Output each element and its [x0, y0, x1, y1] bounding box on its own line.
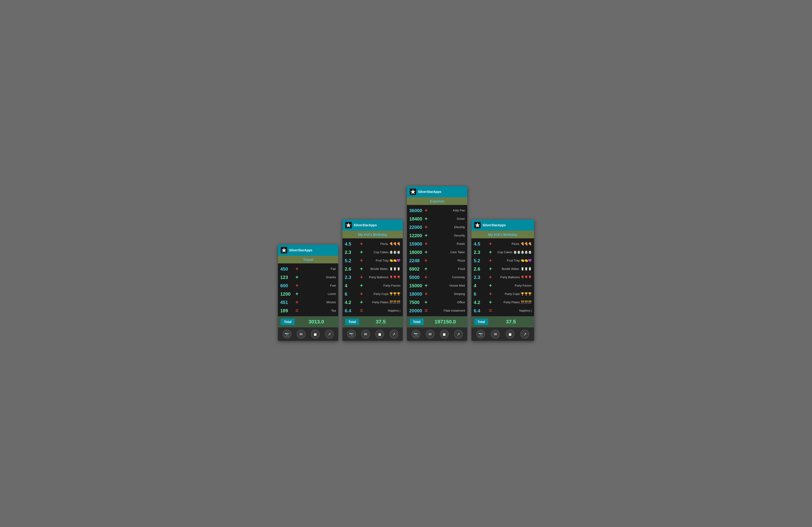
row-operator: +: [294, 274, 300, 280]
row-operator: +: [359, 283, 364, 289]
table-row[interactable]: 6+Party Cups 🏆🏆🏆: [343, 290, 403, 298]
row-operator: +: [488, 241, 493, 247]
table-row[interactable]: 36000+Kids Fee: [407, 206, 467, 215]
panel-subtitle: My Kid's Birthday: [343, 231, 403, 238]
table-row[interactable]: 18000+Care Taker: [407, 248, 467, 256]
row-label: Snacks: [301, 275, 336, 279]
mail-button[interactable]: ✉: [426, 330, 435, 338]
mail-button[interactable]: ✉: [491, 330, 500, 338]
row-number: 2.3: [345, 250, 358, 255]
table-row[interactable]: 450+Fair: [278, 265, 338, 273]
table-row[interactable]: 22000+Electrity: [407, 223, 467, 231]
row-operator: +: [488, 258, 493, 264]
panel-header: SilverStarApps: [343, 220, 403, 231]
row-number: 18400: [409, 216, 422, 222]
row-number: 6902: [409, 267, 422, 272]
row-number: 6: [474, 291, 487, 297]
table-row[interactable]: 4+Party Favors: [472, 282, 534, 290]
star-icon: [410, 189, 416, 195]
table-row[interactable]: 6.4=Napkins |: [343, 306, 403, 315]
app-name: SilverStarApps: [482, 223, 506, 227]
table-row[interactable]: 12200+Security: [407, 231, 467, 240]
mail-button[interactable]: ✉: [361, 330, 370, 338]
row-operator: +: [423, 299, 429, 305]
row-number: 18000: [409, 250, 422, 255]
row-operator: +: [424, 216, 429, 222]
panel-subtitle: My Kid's Birthday: [472, 231, 534, 238]
row-number: 5.2: [474, 258, 487, 264]
camera-button[interactable]: 📷: [282, 330, 291, 338]
panel-actions: 📷✉◼↗: [472, 327, 534, 341]
table-row[interactable]: 451+Movies: [278, 298, 338, 306]
table-row[interactable]: 4.5+Pizza. 🍕🍕🍕: [472, 240, 534, 248]
table-row[interactable]: 15900+Polish: [407, 240, 467, 248]
total-value: 37.5: [491, 319, 531, 325]
save-button[interactable]: ◼: [311, 330, 320, 338]
panel-birthday-sm: SilverStarApps My Kid's Birthday4.5+Pizz…: [343, 220, 403, 341]
save-button[interactable]: ◼: [440, 330, 449, 338]
row-number: 2.6: [474, 267, 487, 272]
table-row[interactable]: 4.2+Party Plates 🎊🎊🎊: [472, 298, 534, 306]
row-operator: +: [294, 283, 300, 289]
row-label: Fruit Tray 🍋🍋💜: [494, 259, 532, 262]
save-button[interactable]: ◼: [375, 330, 384, 338]
table-row[interactable]: 2.3+Cup Cakes 🧁🧁🧁: [343, 248, 403, 256]
row-operator: +: [359, 249, 364, 255]
camera-button[interactable]: 📷: [411, 330, 420, 338]
share-button[interactable]: ↗: [454, 330, 463, 338]
table-row[interactable]: 1200+Lunch: [278, 290, 338, 298]
table-row[interactable]: 18000+Shoping: [407, 290, 467, 298]
row-label: Party Balloons 🎈🎈🎈: [365, 275, 401, 279]
table-row[interactable]: 18400+Driver: [407, 215, 467, 223]
share-button[interactable]: ↗: [325, 330, 334, 338]
table-row[interactable]: 4+Party Favors: [343, 282, 403, 290]
table-row[interactable]: 20000=Flate instalment: [407, 306, 467, 315]
table-row[interactable]: 2.6+Bootle Water. 🥛🥛🥛: [343, 265, 403, 273]
camera-button[interactable]: 📷: [476, 330, 485, 338]
table-row[interactable]: 4.5+Pizza. 🍕🍕🍕: [343, 240, 403, 248]
table-row[interactable]: 4.2+Party Plates 🎊🎊🎊: [343, 298, 403, 306]
table-row[interactable]: 189=Tea: [278, 306, 338, 315]
mail-button[interactable]: ✉: [297, 330, 306, 338]
row-operator: =: [488, 308, 493, 314]
table-row[interactable]: 600+Fuel: [278, 282, 338, 290]
save-button[interactable]: ◼: [506, 330, 514, 338]
table-row[interactable]: 6902+Food: [407, 265, 467, 273]
row-operator: +: [424, 232, 429, 239]
table-row[interactable]: 123+Snacks: [278, 273, 338, 282]
row-operator: +: [359, 241, 364, 247]
row-operator: =: [294, 308, 300, 314]
row-operator: +: [294, 291, 300, 297]
total-value: 37.5: [361, 319, 400, 325]
table-row[interactable]: 15000+House Mad: [407, 282, 467, 290]
row-number: 2.3: [474, 275, 487, 280]
row-label: Lunch: [301, 292, 336, 296]
row-label: Party Plates 🎊🎊🎊: [494, 300, 532, 304]
table-row[interactable]: 2.3+Cup Cakes 🧁🧁🧁🧁🧁: [472, 248, 534, 256]
panel-body: 36000+Kids Fee18400+Driver22000+Electrit…: [407, 205, 467, 316]
panel-subtitle: Travel: [278, 256, 338, 264]
row-number: 6.4: [474, 308, 487, 314]
table-row[interactable]: 5000+Commety: [407, 273, 467, 282]
panel-actions: 📷✉◼↗: [278, 327, 338, 341]
table-row[interactable]: 6+Party Cups 🏆🏆🏆: [472, 290, 534, 298]
camera-button[interactable]: 📷: [347, 330, 356, 338]
row-number: 1200: [280, 291, 293, 297]
table-row[interactable]: 2.6+Bootle Water. 🥛🥛🥛: [472, 265, 534, 273]
row-number: 4: [474, 283, 487, 288]
table-row[interactable]: 2.3+Party Balloons 🎈🎈🎈: [343, 273, 403, 282]
row-operator: +: [359, 258, 364, 264]
table-row[interactable]: 5.2+Fruit Tray 🍋🍋💜: [472, 256, 534, 265]
row-label: Fair: [301, 267, 336, 271]
row-label: Pizza. 🍕🍕🍕: [494, 242, 532, 246]
table-row[interactable]: 2.3+Party Balloons 🎈🎈🎈: [472, 273, 534, 282]
table-row[interactable]: 5.2+Fruit Tray 🍋🍋💜: [343, 256, 403, 265]
table-row[interactable]: 6.4=Napkins |: [472, 306, 534, 315]
share-button[interactable]: ↗: [390, 330, 398, 338]
panel-footer: Total37.5: [472, 316, 534, 327]
share-button[interactable]: ↗: [520, 330, 529, 338]
table-row[interactable]: 2248+Pizza: [407, 256, 467, 265]
row-label: Office: [430, 300, 465, 304]
table-row[interactable]: 7500+Office: [407, 298, 467, 306]
panel-header: SilverStarApps: [407, 186, 467, 197]
